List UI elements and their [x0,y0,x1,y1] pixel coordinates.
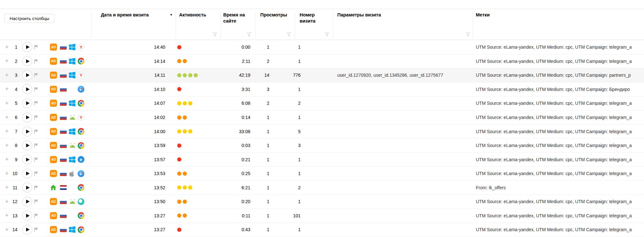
os-cell [69,223,75,237]
play-icon [26,186,30,190]
replay-visit-button[interactable] [22,84,32,94]
replay-visit-button[interactable] [22,211,32,221]
play-icon [26,143,30,147]
filter-funnel-icon[interactable] [247,32,251,37]
activity-dot-icon [188,185,192,190]
configure-columns-button[interactable]: Настроить столбцы [5,14,54,23]
play-cell [22,195,32,209]
edge-browser-icon: e [78,156,84,163]
android-icon [69,199,76,204]
flag-marker-icon[interactable] [34,115,39,120]
expand-row-button[interactable]: + [5,209,9,223]
replay-visit-button[interactable] [22,183,32,193]
flag-marker-icon[interactable] [34,129,39,134]
replay-visit-button[interactable] [22,169,32,179]
play-cell [22,167,32,181]
column-header-activity[interactable]: Активность [179,12,206,18]
expand-row-button[interactable]: + [5,111,9,124]
flag-marker-icon[interactable] [34,73,39,78]
ad-badge-icon: AD [50,72,57,79]
column-header-visit-number[interactable]: Номер визита [300,12,323,24]
replay-visit-button[interactable] [22,98,32,108]
chrome-browser-icon [78,142,84,149]
flag-marker-icon[interactable] [34,227,39,232]
ad-badge-icon: AD [50,170,57,177]
ad-badge-icon: AD [50,198,57,205]
replay-visit-button[interactable] [22,154,32,164]
play-cell [22,153,32,166]
expand-row-button[interactable]: + [5,40,9,54]
expand-row-button[interactable]: + [5,223,9,237]
play-cell [22,54,32,68]
flag-marker-icon[interactable] [34,185,39,190]
flag-marker-icon[interactable] [34,59,39,64]
row-number: 13 [8,209,17,223]
replay-visit-button[interactable] [22,141,32,151]
visit-row: +10AD13:530:2511UTM Source: eLama-yandex… [0,167,644,181]
visit-number-value: 1 [268,111,301,124]
expand-row-button[interactable]: + [5,195,9,209]
ad-badge-icon: AD [50,114,57,121]
visit-params-value [337,111,471,124]
expand-row-button[interactable]: + [5,124,9,138]
expand-row-button[interactable]: + [5,54,9,68]
flag-marker-icon[interactable] [34,143,39,148]
flag-ru-icon [60,87,67,92]
house-icon [50,184,57,191]
flag-marker-icon[interactable] [34,101,39,106]
column-header-views[interactable]: Просмотры [260,12,287,18]
flag-marker-icon[interactable] [34,171,39,176]
flag-ru-icon [60,213,67,218]
replay-visit-button[interactable] [22,197,32,207]
replay-visit-button[interactable] [22,56,32,66]
column-header-visit-params[interactable]: Параметры визита [337,12,381,18]
chrome-browser-icon [78,184,84,191]
filter-funnel-icon[interactable] [213,32,217,37]
expand-row-button[interactable]: + [5,139,9,153]
flag-marker-icon[interactable] [34,213,39,218]
expand-row-button[interactable]: + [5,83,9,96]
filter-funnel-icon[interactable] [466,32,470,37]
filter-funnel-icon[interactable] [287,32,291,37]
visit-params-value [337,139,471,153]
expand-row-button[interactable]: + [5,167,9,181]
flag-marker-icon[interactable] [34,44,39,50]
flag-marker-icon[interactable] [34,199,39,204]
filter-funnel-icon[interactable] [325,32,329,37]
chrome-browser-icon [78,212,84,219]
browser-cell [78,124,84,138]
visit-number-value: 1 [268,167,301,181]
table-header: Настроить столбцы Дата и время визита ▼ … [0,9,644,40]
replay-visit-button[interactable] [22,126,32,136]
views-value: 1 [240,111,269,124]
column-header-labels[interactable]: Метки [476,12,490,18]
visit-params-value [337,83,471,96]
replay-visit-button[interactable] [22,113,32,123]
play-icon [26,59,30,63]
expand-row-button[interactable]: + [5,96,9,110]
ad-badge-icon: AD [50,156,57,163]
ad-badge-icon: AD [50,100,57,107]
flag-ru-icon [60,199,67,204]
replay-visit-button[interactable] [22,70,32,80]
replay-visit-button[interactable] [22,225,32,235]
flag-marker-icon[interactable] [34,87,39,92]
column-header-datetime[interactable]: Дата и время визита [101,12,149,18]
column-header-time-on-site[interactable]: Время на сайте [223,12,249,24]
views-value: 2 [240,96,269,110]
views-value: 14 [240,68,269,82]
replay-visit-button[interactable] [22,42,32,52]
activity-dot-icon [194,73,198,77]
flag-marker-cell [34,40,39,54]
expand-row-button[interactable]: + [5,68,9,82]
expand-row-button[interactable]: + [5,181,9,194]
row-number: 1 [8,40,17,54]
play-icon [26,130,30,133]
flag-marker-icon[interactable] [34,157,39,162]
expand-row-button[interactable]: + [5,153,9,166]
flag-marker-cell [34,124,39,138]
play-icon [26,172,30,175]
visit-number-value: 1 [268,153,301,166]
visit-row: +3ADY14:1142:1914776user_id.1270920, use… [0,68,644,83]
visit-number-value: 5 [268,124,301,138]
